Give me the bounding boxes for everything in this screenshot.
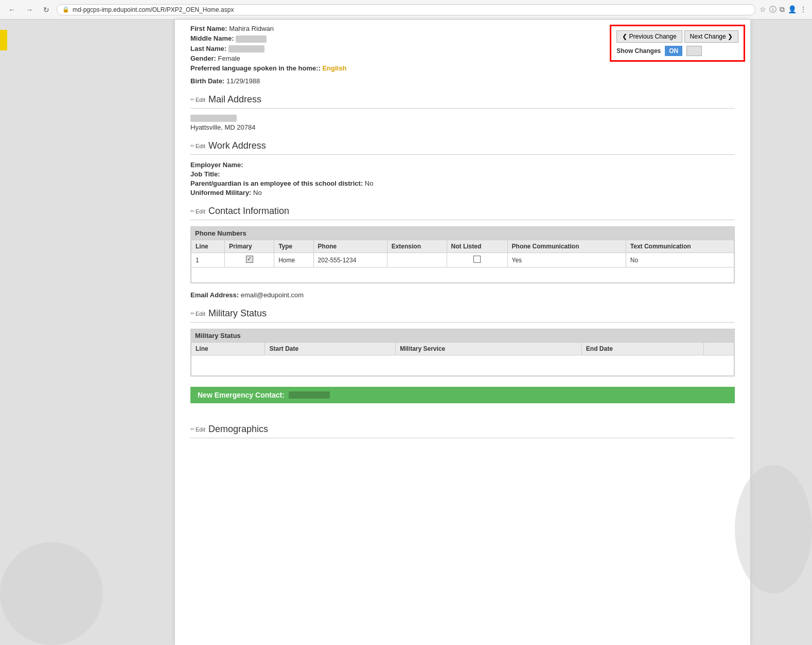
contact-section-header: ✏ Edit Contact Information [190, 206, 735, 220]
mil-col-actions [704, 343, 734, 355]
last-name-label: Last Name: [190, 45, 226, 52]
work-address-title: Work Address [208, 140, 266, 151]
phone-row-1: 1 Home 202-555-1234 Yes No [191, 253, 734, 267]
yellow-tab [0, 30, 7, 50]
language-field: Preferred language spoken in the home:: … [190, 64, 735, 72]
mil-col-service: Military Service [396, 343, 582, 355]
pencil-icon: ✏ [190, 97, 195, 102]
email-label: Email Address: [190, 291, 239, 299]
employer-name-field: Employer Name: [190, 161, 735, 169]
contact-edit-button[interactable]: ✏ Edit [190, 208, 205, 214]
phone-row-1-line: 1 [191, 253, 225, 267]
menu-icon[interactable]: ⋮ [800, 5, 807, 14]
phone-table-wrapper: Phone Numbers Line Primary Type Phone Ex… [190, 226, 735, 283]
uniformed-military-field: Uniformed Military: No [190, 189, 735, 196]
phone-row-1-phone: 202-555-1234 [313, 253, 387, 267]
mil-col-start-date: Start Date [265, 343, 396, 355]
phone-row-1-extension [387, 253, 447, 267]
browser-bar: ← → ↻ 🔒 md-pgcps-imp.edupoint.com/OLR/PX… [0, 0, 812, 20]
military-table-header-row: Line Start Date Military Service End Dat… [191, 343, 734, 355]
military-section-header: ✏ Edit Military Status [190, 308, 735, 322]
forward-button[interactable]: → [23, 5, 36, 15]
change-nav-row: ❮ Previous Change Next Change ❯ [616, 30, 738, 43]
col-phone-communication: Phone Communication [507, 240, 626, 253]
military-edit-label: Edit [196, 311, 205, 317]
browser-actions: ☆ ⓘ ⧉ 👤 ⋮ [760, 5, 807, 14]
work-address-edit-button[interactable]: ✏ Edit [190, 143, 205, 149]
reload-button[interactable]: ↻ [40, 5, 52, 15]
phone-table-header: Phone Numbers [191, 227, 734, 240]
demographics-section-header: ✏ Edit Demographics [190, 421, 735, 438]
employee-district-field: Parent/guardian is an employee of this s… [190, 180, 735, 187]
phone-row-1-primary [224, 253, 274, 267]
job-title-label: Job Title: [190, 170, 220, 178]
col-extension: Extension [387, 240, 447, 253]
mail-address-title: Mail Address [208, 94, 261, 105]
language-value: English [322, 64, 346, 72]
right-sidebar [750, 20, 812, 645]
primary-checkbox-checked[interactable] [246, 256, 253, 263]
first-name-value: Mahira Ridwan [229, 25, 274, 32]
demographics-edit-button[interactable]: ✏ Edit [190, 426, 205, 433]
show-changes-toggle[interactable]: ON [665, 46, 682, 56]
last-name-value [228, 45, 264, 52]
birth-date-row: Birth Date: 11/29/1988 [190, 77, 735, 85]
next-change-button[interactable]: Next Change ❯ [684, 30, 738, 43]
contact-edit-label: Edit [196, 208, 205, 214]
employer-name-label: Employer Name: [190, 161, 243, 169]
military-table-wrapper: Military Status Line Start Date Military… [190, 329, 735, 377]
account-icon[interactable]: 👤 [788, 5, 797, 14]
pencil-icon-military: ✏ [190, 311, 195, 316]
phone-row-empty [191, 267, 734, 283]
not-listed-checkbox-unchecked[interactable] [473, 256, 481, 263]
phone-table: Line Primary Type Phone Extension Not Li… [191, 240, 734, 283]
mail-address-section-header: ✏ Edit Mail Address [190, 94, 735, 109]
info-icon[interactable]: ⓘ [769, 5, 776, 14]
url-text: md-pgcps-imp.edupoint.com/OLR/PXP2_OEN_H… [73, 6, 234, 13]
main-content: ❮ Previous Change Next Change ❯ Show Cha… [175, 20, 750, 645]
previous-change-button[interactable]: ❮ Previous Change [616, 30, 682, 43]
middle-name-label: Middle Name: [190, 34, 234, 42]
military-table: Line Start Date Military Service End Dat… [191, 342, 734, 376]
military-table-header: Military Status [191, 329, 734, 342]
mail-street-redacted [190, 115, 237, 122]
demographics-section-title: Demographics [208, 424, 268, 435]
contact-section-title: Contact Information [208, 206, 289, 217]
work-address-edit-label: Edit [196, 143, 205, 149]
phone-empty-row [191, 267, 734, 283]
email-value: email@edupoint.com [241, 291, 304, 299]
military-edit-button[interactable]: ✏ Edit [190, 311, 205, 317]
mil-col-end-date: End Date [581, 343, 704, 355]
phone-row-1-phone-comm: Yes [507, 253, 626, 267]
phone-row-1-text-comm: No [626, 253, 734, 267]
pencil-icon-work: ✏ [190, 143, 195, 149]
language-label: Preferred language spoken in the home:: [190, 64, 321, 72]
col-not-listed: Not Listed [447, 240, 507, 253]
employee-district-label: Parent/guardian is an employee of this s… [190, 180, 363, 187]
lock-icon: 🔒 [62, 6, 69, 13]
uniformed-military-label: Uniformed Military: [190, 189, 251, 196]
star-icon[interactable]: ☆ [760, 5, 766, 14]
show-changes-label: Show Changes [616, 47, 661, 55]
work-address-fields: Employer Name: Job Title: Parent/guardia… [190, 161, 735, 196]
col-type: Type [274, 240, 313, 253]
mil-col-line: Line [191, 343, 265, 355]
toggle-space [686, 46, 702, 56]
extensions-icon[interactable]: ⧉ [780, 5, 785, 14]
col-line: Line [191, 240, 225, 253]
mail-address-block: Hyattsville, MD 20784 [190, 115, 735, 131]
back-button[interactable]: ← [5, 5, 19, 15]
col-phone: Phone [313, 240, 387, 253]
pencil-icon-contact: ✏ [190, 208, 195, 214]
job-title-field: Job Title: [190, 170, 735, 178]
mail-address-edit-label: Edit [196, 97, 205, 103]
email-row: Email Address: email@edupoint.com [190, 291, 735, 299]
military-section-title: Military Status [208, 308, 267, 319]
change-controls-box: ❮ Previous Change Next Change ❯ Show Cha… [610, 25, 745, 62]
address-bar[interactable]: 🔒 md-pgcps-imp.edupoint.com/OLR/PXP2_OEN… [57, 4, 755, 15]
gender-value: Female [218, 55, 240, 62]
mail-address-edit-button[interactable]: ✏ Edit [190, 97, 205, 103]
uniformed-military-value: No [253, 189, 262, 196]
pencil-icon-demographics: ✏ [190, 426, 195, 432]
phone-table-header-row: Line Primary Type Phone Extension Not Li… [191, 240, 734, 253]
